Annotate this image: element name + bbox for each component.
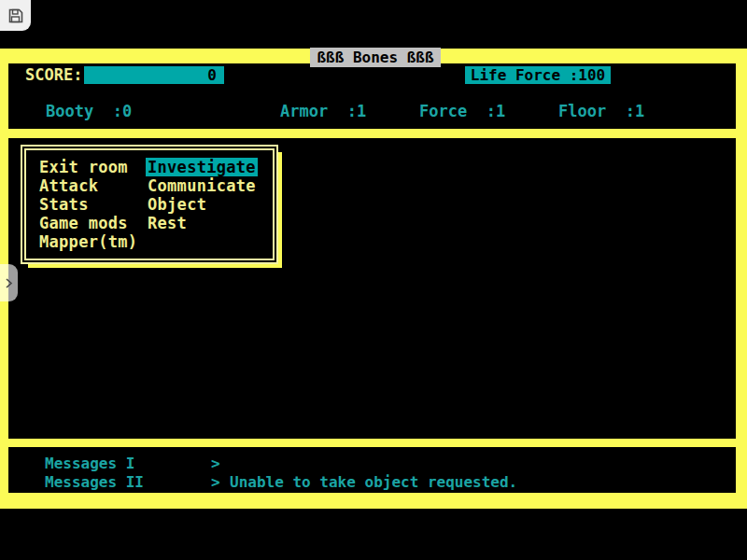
life-force-bar: Life Force :100 [465, 66, 611, 84]
menu-item-object[interactable]: Object [148, 195, 206, 214]
menu-column-1: Exit room Attack Stats Game mods Mapper(… [39, 158, 148, 251]
message-2-text: Unable to take object requested. [230, 473, 517, 492]
save-button[interactable] [0, 0, 31, 31]
menu-item-mapper[interactable]: Mapper(tm) [39, 232, 137, 251]
floppy-disk-icon [7, 7, 24, 24]
command-menu: Exit room Attack Stats Game mods Mapper(… [21, 145, 278, 264]
message-row-2: Messages II > Unable to take object requ… [45, 473, 747, 492]
message-2-label: Messages II [45, 473, 211, 492]
chevron-right-icon [5, 277, 13, 289]
game-title: ßßß Bones ßßß [310, 48, 441, 67]
menu-item-exit-room[interactable]: Exit room [39, 158, 128, 176]
message-2-prompt: > [211, 473, 230, 492]
sidebar-toggle-tab[interactable] [0, 264, 18, 301]
stat-floor: Floor :1 [558, 102, 644, 120]
menu-item-communicate[interactable]: Communicate [148, 176, 256, 195]
menu-item-game-mods[interactable]: Game mods [39, 214, 128, 232]
message-1-prompt: > [211, 455, 230, 473]
menu-column-2: Investigate Communicate Object Rest [148, 158, 261, 251]
command-menu-inner: Exit room Attack Stats Game mods Mapper(… [24, 148, 275, 260]
score-bar: 0 [84, 66, 224, 84]
stat-armor: Armor :1 [280, 102, 366, 120]
stat-booty: Booty :0 [46, 102, 132, 120]
messages-panel: Messages I > Messages II > Unable to tak… [8, 447, 736, 493]
score-label: SCORE: [25, 66, 82, 84]
message-row-1: Messages I > [45, 455, 747, 473]
menu-item-attack[interactable]: Attack [39, 176, 98, 195]
screen: { "app": { "title": "ßßß Bones ßßß" }, "… [0, 0, 747, 560]
stat-force: Force :1 [419, 102, 505, 120]
menu-item-rest[interactable]: Rest [148, 214, 187, 232]
menu-item-investigate[interactable]: Investigate [146, 158, 258, 176]
message-1-label: Messages I [45, 455, 211, 473]
hud-panel: SCORE: 0 Life Force :100 Booty :0 Armor … [8, 63, 736, 129]
main-panel: Exit room Attack Stats Game mods Mapper(… [8, 138, 736, 439]
menu-item-stats[interactable]: Stats [39, 195, 89, 214]
